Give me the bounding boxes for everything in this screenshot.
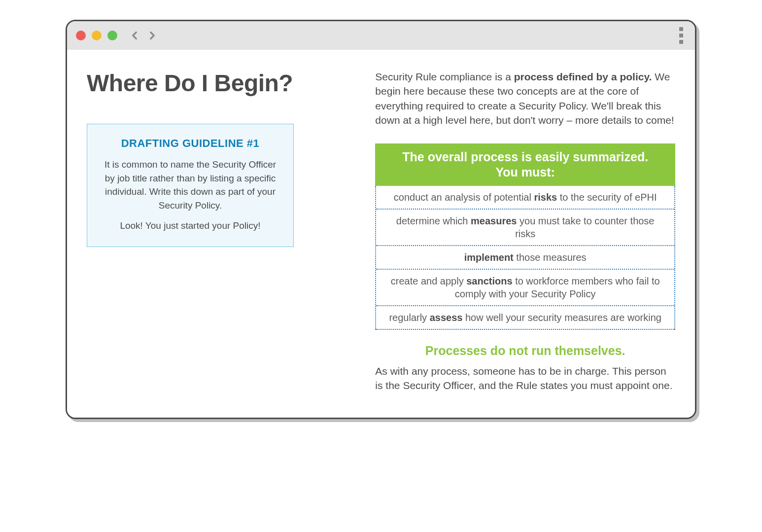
menu-button[interactable] — [676, 24, 686, 47]
item-bold: measures — [471, 215, 517, 226]
item-text: how well your security measures are work… — [462, 312, 661, 323]
back-button[interactable] — [128, 29, 141, 42]
browser-window: Where Do I Begin? DRAFTING GUIDELINE #1 … — [66, 20, 696, 419]
list-item: regularly assess how well your security … — [376, 306, 674, 330]
process-header-line: You must: — [495, 165, 554, 179]
item-text: determine which — [396, 215, 471, 226]
item-bold: risks — [534, 192, 557, 203]
drafting-guideline-callout: DRAFTING GUIDELINE #1 It is common to na… — [87, 124, 294, 247]
callout-body: It is common to name the Security Office… — [101, 158, 279, 233]
chevron-left-icon — [128, 29, 141, 42]
forward-button[interactable] — [146, 29, 159, 42]
process-summary-box: The overall process is easily summarized… — [375, 143, 675, 330]
list-item: implement those measures — [376, 246, 674, 270]
item-text: those measures — [514, 252, 587, 263]
nav-arrows — [128, 29, 159, 42]
intro-bold: process defined by a policy. — [514, 71, 652, 82]
list-item: determine which measures you must take t… — [376, 210, 674, 246]
section-subhead: Processes do not run themselves. — [375, 344, 675, 358]
window-controls — [76, 31, 117, 40]
process-list: conduct an analysis of potential risks t… — [375, 186, 675, 330]
process-header-line: The overall process is easily summarized… — [402, 150, 648, 164]
close-icon[interactable] — [76, 31, 86, 40]
page-title: Where Do I Begin? — [87, 70, 346, 97]
callout-title: DRAFTING GUIDELINE #1 — [101, 137, 279, 150]
left-column: Where Do I Begin? DRAFTING GUIDELINE #1 … — [87, 70, 346, 393]
minimize-icon[interactable] — [92, 31, 102, 40]
menu-dot-icon — [679, 27, 683, 31]
item-text: create and apply — [391, 276, 466, 286]
menu-dot-icon — [679, 34, 683, 37]
closing-paragraph: As with any process, someone has to be i… — [375, 364, 675, 393]
item-text: to the security of ePHI — [557, 192, 657, 203]
intro-paragraph: Security Rule compliance is a process de… — [375, 70, 675, 128]
list-item: conduct an analysis of potential risks t… — [376, 186, 674, 210]
menu-dot-icon — [679, 40, 683, 44]
item-text: conduct an analysis of potential — [394, 192, 534, 203]
callout-paragraph: Look! You just started your Policy! — [101, 219, 279, 233]
chevron-right-icon — [146, 29, 159, 42]
intro-lead: Security Rule compliance is a — [375, 71, 514, 82]
list-item: create and apply sanctions to workforce … — [376, 270, 674, 306]
item-text: you must take to counter those risks — [515, 215, 654, 239]
process-header: The overall process is easily summarized… — [375, 143, 675, 186]
titlebar — [67, 21, 695, 50]
callout-paragraph: It is common to name the Security Office… — [101, 158, 279, 212]
right-column: Security Rule compliance is a process de… — [375, 70, 675, 393]
maximize-icon[interactable] — [107, 31, 117, 40]
item-bold: sanctions — [466, 276, 512, 286]
item-text: regularly — [389, 312, 429, 323]
item-bold: implement — [464, 252, 514, 263]
page-content: Where Do I Begin? DRAFTING GUIDELINE #1 … — [67, 50, 695, 418]
item-bold: assess — [430, 312, 463, 323]
